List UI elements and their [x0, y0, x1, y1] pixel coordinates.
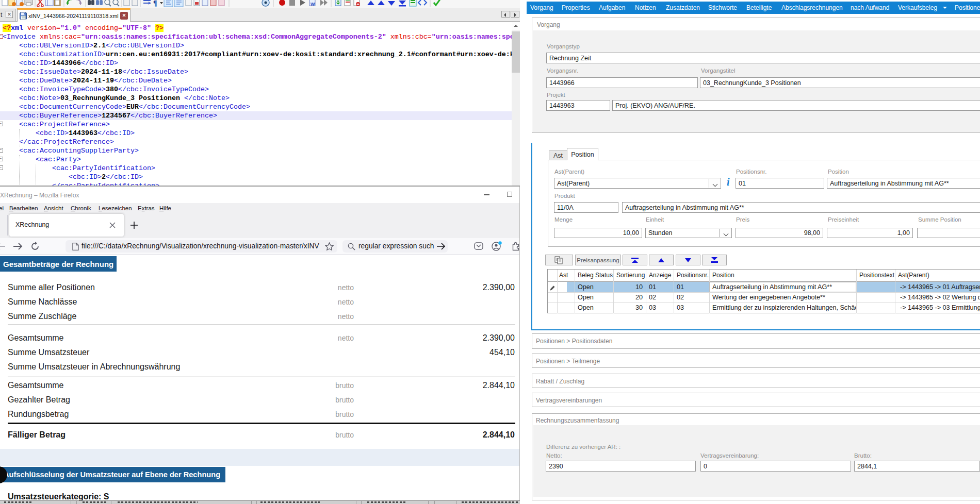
svg-text:W: W	[311, 2, 315, 7]
svg-text:¶: ¶	[153, 0, 157, 7]
